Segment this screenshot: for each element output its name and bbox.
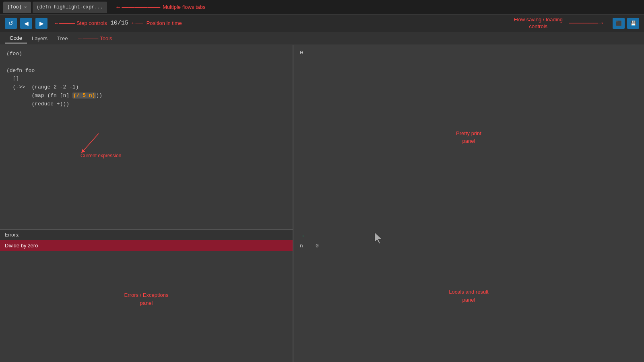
save-button[interactable]: 💾 xyxy=(627,18,639,29)
flow-save-text: Flow saving / loadingcontrols xyxy=(514,16,563,29)
locals-row-0: n 0 xyxy=(300,241,638,251)
code-line-3: (defn foo xyxy=(6,67,286,75)
locals-panel: → n 0 Locals and resultpanel xyxy=(293,229,644,362)
errors-panel: Errors: Divide by zero Errors / Exceptio… xyxy=(0,229,293,362)
step-controls-annotation: ←——— Step controls xyxy=(54,20,107,26)
tools-annotation-arrow: ←——— xyxy=(77,35,98,41)
code-line-6: (map (fn [n] (/ 5 n))) xyxy=(6,92,286,100)
toolbar: ↺ ◀ ▶ ←——— Step controls 10/15 ←—— Posit… xyxy=(0,14,644,32)
tab-foo[interactable]: (foo) ✕ xyxy=(3,2,31,13)
tab-bar: (foo) ✕ (defn highlight-expr... ←—————— … xyxy=(0,0,644,14)
next-icon: ▶ xyxy=(39,20,44,27)
step-annotation-arrow: ←——— xyxy=(54,20,75,26)
tab-annotation-arrow: ←—————— xyxy=(115,4,160,11)
refresh-button[interactable]: ↺ xyxy=(5,18,17,29)
pretty-print-annotation: Pretty printpanel xyxy=(456,129,481,145)
next-button[interactable]: ▶ xyxy=(35,18,47,29)
highlighted-expr: (/ 5 n) xyxy=(72,93,96,99)
code-area[interactable]: (foo) (defn foo [] (->> (range 2 -2 -1) … xyxy=(0,45,293,229)
position-arrow: ←—— xyxy=(132,20,143,27)
tab-bar-annotation: ←—————— Multiple flows tabs xyxy=(115,4,205,11)
code-line-2 xyxy=(6,58,286,67)
mouse-cursor xyxy=(374,232,384,246)
flow-save-arrow: ——————→ xyxy=(569,19,603,28)
tab-code-label: Code xyxy=(10,35,22,41)
tab-code[interactable]: Code xyxy=(5,33,27,43)
load-button[interactable]: ⬛ xyxy=(613,18,625,29)
svg-marker-1 xyxy=(375,232,382,244)
tab-defn[interactable]: (defn highlight-expr... xyxy=(33,2,107,13)
local-value-0: 0 xyxy=(316,243,319,249)
local-name-0: n xyxy=(300,243,303,249)
tools-annotation: ←——— Tools xyxy=(77,35,112,41)
errors-header: Errors: xyxy=(0,230,293,240)
tab-tree-label: Tree xyxy=(57,35,68,41)
code-line-1: (foo) xyxy=(6,50,286,58)
locals-annotation: Locals and resultpanel xyxy=(449,288,488,304)
position-value: 10/15 xyxy=(110,20,128,27)
tab-layers[interactable]: Layers xyxy=(27,34,52,43)
step-annotation-text: Step controls xyxy=(76,20,107,26)
main-content: (foo) (defn foo [] (->> (range 2 -2 -1) … xyxy=(0,45,644,362)
code-line-7: (reduce +))) xyxy=(6,100,286,109)
tab-layers-label: Layers xyxy=(32,35,47,41)
tab-foo-label: (foo) xyxy=(7,4,22,10)
error-row-0: Divide by zero xyxy=(0,240,293,251)
save-buttons: ⬛ 💾 xyxy=(613,18,639,29)
tools-bar: Code Layers Tree ←——— Tools xyxy=(0,32,644,45)
svg-line-0 xyxy=(83,134,99,152)
code-line-4: [] xyxy=(6,75,286,83)
position-label: Position in time xyxy=(147,20,182,26)
left-panel: (foo) (defn foo [] (->> (range 2 -2 -1) … xyxy=(0,45,293,362)
tab-defn-label: (defn highlight-expr... xyxy=(37,4,103,10)
tab-tree[interactable]: Tree xyxy=(52,34,72,43)
tools-annotation-text: Tools xyxy=(100,35,112,41)
position-display: 10/15 ←—— Position in time xyxy=(110,20,182,27)
refresh-icon: ↺ xyxy=(8,20,13,27)
code-line-5: (->> (range 2 -2 -1) xyxy=(6,83,286,92)
prev-button[interactable]: ◀ xyxy=(20,18,32,29)
pretty-print-panel: 0 Pretty printpanel xyxy=(293,45,644,229)
current-expr-label: Current expression xyxy=(80,153,121,158)
load-icon: ⬛ xyxy=(616,21,622,26)
pretty-print-value: 0 xyxy=(300,50,638,56)
tab-foo-close[interactable]: ✕ xyxy=(24,4,27,10)
errors-annotation: Errors / Exceptionspanel xyxy=(0,291,293,307)
prev-icon: ◀ xyxy=(24,20,29,27)
right-panel: 0 Pretty printpanel → n 0 Locals xyxy=(293,45,644,362)
flow-save-annotation: Flow saving / loadingcontrols xyxy=(514,16,563,30)
save-icon: 💾 xyxy=(630,21,636,26)
tab-annotation-text: Multiple flows tabs xyxy=(163,4,205,10)
locals-arrow-icon: → xyxy=(300,232,638,240)
